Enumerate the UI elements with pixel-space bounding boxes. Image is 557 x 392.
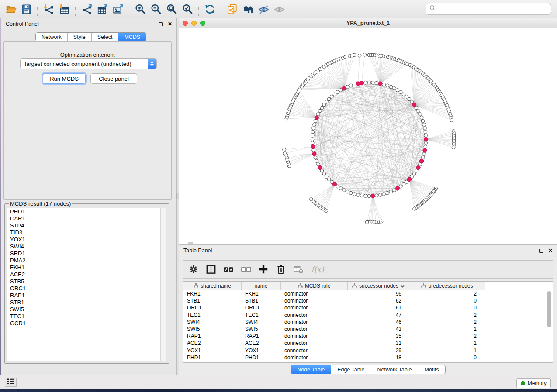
cell-name[interactable]: TEC1 [242, 312, 281, 318]
cell-predecessor-nodes[interactable]: 0 [409, 298, 485, 304]
cell-predecessor-nodes[interactable]: 0 [409, 305, 485, 311]
cell-successor-nodes[interactable]: 96 [348, 291, 409, 297]
mcds-result-item[interactable]: STP4 [7, 222, 166, 229]
table-row[interactable]: RAP1RAP1dominator352 [183, 333, 553, 340]
table-scrollbar-thumb[interactable] [547, 291, 551, 327]
table-row[interactable]: SWI4SWI4dominator462 [183, 319, 553, 326]
float-table-panel-icon[interactable] [539, 249, 543, 253]
show-all-icon[interactable] [271, 2, 287, 17]
zoom-in-icon[interactable] [132, 2, 148, 17]
mcds-result-item[interactable]: ACE2 [7, 271, 166, 278]
column-header-shared-name[interactable]: shared name [183, 282, 242, 290]
cell-MCDS-role[interactable]: dominator [281, 354, 348, 361]
zoom-selected-icon[interactable] [180, 2, 195, 17]
cell-shared-name[interactable]: PHD1 [183, 354, 242, 361]
column-header-MCDS-role[interactable]: MCDS role [281, 282, 348, 290]
close-panel-icon[interactable]: ✕ [168, 21, 172, 27]
cell-predecessor-nodes[interactable]: 0 [409, 354, 485, 361]
mcds-result-item[interactable]: RAP1 [7, 292, 166, 299]
criterion-dropdown[interactable]: largest connected component (undirected) [20, 58, 157, 69]
export-table-icon[interactable] [94, 2, 110, 17]
search-box[interactable] [426, 3, 551, 15]
network-canvas[interactable] [179, 28, 557, 244]
open-session-icon[interactable] [3, 2, 18, 17]
import-table-icon[interactable] [56, 2, 72, 17]
cell-MCDS-role[interactable]: connector [281, 312, 348, 318]
search-input[interactable] [439, 5, 547, 13]
delete-table-icon[interactable] [293, 264, 304, 275]
tab-select[interactable]: Select [92, 33, 119, 41]
mcds-result-list[interactable]: PHD1CAR1STP4TID3YOX1SWI4SRD1PMA2FKH1ACE2… [7, 208, 166, 361]
cell-successor-nodes[interactable]: 35 [348, 333, 409, 339]
refresh-view-icon[interactable] [202, 2, 218, 17]
cell-MCDS-role[interactable]: dominator [281, 319, 348, 325]
import-network-icon[interactable] [41, 2, 56, 17]
cell-shared-name[interactable]: TEC1 [183, 312, 242, 318]
cell-predecessor-nodes[interactable]: 2 [409, 333, 485, 339]
cell-predecessor-nodes[interactable]: 1 [409, 326, 485, 332]
cell-successor-nodes[interactable]: 43 [348, 326, 409, 332]
add-column-icon[interactable] [258, 264, 269, 275]
column-header-predecessor-nodes[interactable]: predecessor nodes [409, 282, 485, 290]
cell-name[interactable]: ORC1 [242, 305, 281, 311]
cell-successor-nodes[interactable]: 31 [348, 340, 409, 346]
clone-network-icon[interactable] [224, 2, 240, 17]
table-row[interactable]: STB1STB1dominator620 [183, 297, 553, 304]
cell-name[interactable]: STB1 [242, 298, 281, 304]
hide-selected-icon[interactable] [256, 2, 271, 17]
cell-MCDS-role[interactable]: dominator [281, 333, 348, 339]
cell-name[interactable]: SWI5 [242, 326, 281, 332]
save-session-icon[interactable] [18, 2, 34, 17]
cell-predecessor-nodes[interactable]: 2 [409, 291, 485, 297]
cell-shared-name[interactable]: FKH1 [183, 291, 242, 297]
table-row[interactable]: PHD1PHD1dominator180 [183, 354, 553, 361]
tab-network[interactable]: Network [36, 33, 68, 41]
table-row[interactable]: FKH1FKH1dominator962 [183, 290, 553, 297]
cell-successor-nodes[interactable]: 62 [348, 298, 409, 304]
close-panel-button[interactable]: Close panel [90, 73, 137, 84]
function-builder-icon[interactable]: f(x) [310, 264, 325, 275]
tab-edge-table[interactable]: Edge Table [331, 365, 371, 374]
network-titlebar[interactable]: YPA_prune.txt_1 [179, 18, 557, 28]
tab-mcds[interactable]: MCDS [118, 33, 146, 41]
cell-name[interactable]: PHD1 [242, 354, 281, 361]
column-header-name[interactable]: name [242, 282, 281, 290]
cell-predecessor-nodes[interactable]: 1 [409, 347, 485, 354]
mcds-result-item[interactable]: STB5 [7, 278, 166, 285]
memory-button[interactable]: Memory [516, 378, 551, 388]
cell-successor-nodes[interactable]: 61 [348, 305, 409, 311]
table-row[interactable]: ACE2ACE2connector311 [183, 340, 553, 347]
select-all-icon[interactable] [223, 264, 234, 275]
cell-shared-name[interactable]: SWI5 [183, 326, 242, 332]
mcds-result-item[interactable]: STB1 [7, 299, 166, 306]
cell-successor-nodes[interactable]: 29 [348, 347, 409, 354]
table-row[interactable]: YOX1YOX1connector291 [183, 347, 553, 354]
mcds-result-item[interactable]: CAR1 [7, 215, 166, 222]
mcds-result-item[interactable]: GCR1 [7, 320, 166, 327]
table-row[interactable]: SWI5SWI5connector431 [183, 326, 553, 333]
table-row[interactable]: ORC1ORC1dominator610 [183, 304, 553, 311]
mcds-result-item[interactable]: TID3 [7, 229, 166, 236]
cell-shared-name[interactable]: ORC1 [183, 305, 242, 311]
mcds-result-item[interactable]: TEC1 [7, 313, 166, 320]
zoom-out-icon[interactable] [148, 2, 164, 17]
export-network-icon[interactable] [79, 2, 94, 17]
run-mcds-button[interactable]: Run MCDS [43, 73, 86, 84]
export-image-icon[interactable] [110, 2, 126, 17]
tab-style[interactable]: Style [68, 33, 92, 41]
mcds-list-scrollbar[interactable] [160, 208, 166, 361]
cell-shared-name[interactable]: YOX1 [183, 347, 242, 354]
table-mode-gear-icon[interactable] [188, 264, 199, 275]
table-row[interactable]: TEC1TEC1connector472 [183, 312, 553, 319]
cell-MCDS-role[interactable]: dominator [281, 305, 348, 311]
cell-MCDS-role[interactable]: connector [281, 340, 348, 346]
mcds-result-item[interactable]: YOX1 [7, 236, 166, 243]
cell-MCDS-role[interactable]: connector [281, 347, 348, 354]
column-header-successor-nodes[interactable]: successor nodes [348, 282, 409, 290]
cell-predecessor-nodes[interactable]: 1 [409, 340, 485, 346]
task-history-button[interactable] [5, 378, 17, 387]
cell-shared-name[interactable]: ACE2 [183, 340, 242, 346]
cell-shared-name[interactable]: RAP1 [183, 333, 242, 339]
mcds-result-item[interactable]: PMA2 [7, 257, 166, 264]
mcds-result-item[interactable]: SWI4 [7, 243, 166, 250]
